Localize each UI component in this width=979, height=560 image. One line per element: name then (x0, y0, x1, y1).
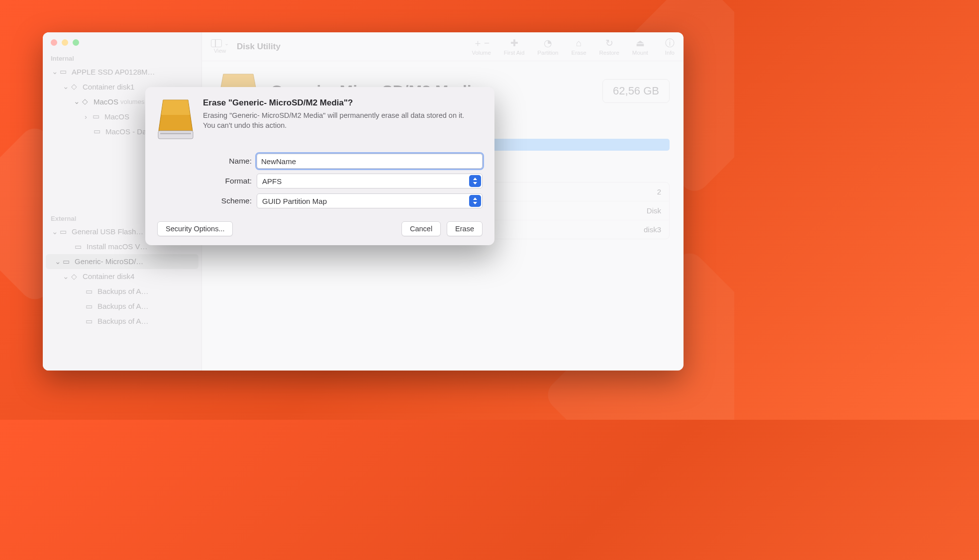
restore-icon: ↻ (605, 38, 613, 49)
window-controls (43, 32, 201, 51)
sidebar-item-backups-1[interactable]: ▭ Backups of A… (43, 284, 201, 299)
sidebar-item-label: Container disk1 (83, 83, 134, 91)
sidebar-item-container-disk4[interactable]: ⌄ ◇ Container disk4 (43, 269, 201, 284)
external-drive-icon (157, 98, 194, 141)
toolbar: ⌄ View Disk Utility ＋− Volume ✚ First Ai… (202, 32, 684, 61)
view-mode-icon[interactable] (211, 39, 222, 47)
chevron-right-icon: › (85, 112, 90, 121)
sidebar-item-label: MacOS (94, 97, 118, 106)
app-title: Disk Utility (237, 42, 281, 52)
sidebar-item-label: Container disk4 (83, 272, 134, 280)
sidebar-item-generic-microsd[interactable]: ⌄ ▭ Generic- MicroSD/… (46, 254, 198, 269)
disk-icon: ▭ (59, 67, 68, 76)
format-label: Format: (202, 177, 257, 186)
minimize-window-button[interactable] (62, 39, 68, 46)
sidebar-item-label: Generic- MicroSD/… (75, 257, 143, 266)
toolbar-partition[interactable]: ◔ Partition (537, 38, 558, 56)
erase-dialog: Erase "Generic- MicroSD/M2 Media"? Erasi… (145, 87, 494, 245)
zoom-window-button[interactable] (73, 39, 79, 46)
close-window-button[interactable] (51, 39, 57, 46)
sidebar-item-label: Install macOS V… (87, 242, 148, 251)
eject-icon: ⏏ (636, 38, 645, 49)
toolbar-restore[interactable]: ↻ Restore (599, 38, 619, 56)
volume-icon: ▭ (85, 317, 94, 326)
security-options-button[interactable]: Security Options... (157, 221, 233, 236)
toolbar-info[interactable]: ⓘ Info (665, 38, 675, 56)
chevron-down-icon: ⌄ (74, 97, 79, 106)
sidebar-item-suffix: volumes (120, 98, 144, 105)
minus-icon: − (484, 38, 490, 49)
format-select[interactable]: APFS (257, 174, 483, 188)
container-icon: ◇ (70, 82, 79, 91)
scheme-select[interactable]: GUID Partition Map (257, 193, 483, 208)
chevron-down-icon: ⌄ (55, 257, 60, 266)
volume-icon: ▭ (92, 112, 100, 121)
disk-icon: ▭ (62, 257, 71, 266)
cancel-button[interactable]: Cancel (401, 221, 441, 236)
select-arrows-icon (469, 175, 481, 187)
stethoscope-icon: ✚ (510, 38, 518, 49)
svg-rect-1 (158, 131, 193, 139)
pie-icon: ◔ (544, 38, 552, 49)
name-input[interactable] (257, 154, 483, 169)
toolbar-volume[interactable]: ＋− Volume (472, 38, 490, 56)
toolbar-mount[interactable]: ⏏ Mount (632, 38, 648, 56)
sidebar-section-internal: Internal (43, 51, 201, 64)
sidebar-item-label: Backups of A… (98, 302, 149, 310)
sidebar-item-label: General USB Flash… (72, 227, 143, 236)
sidebar-item-apple-ssd[interactable]: ⌄ ▭ APPLE SSD AP0128M… (43, 64, 201, 79)
capacity-badge: 62,56 GB (602, 79, 670, 103)
container-icon: ◇ (70, 272, 79, 281)
sidebar-item-label: MacOS (104, 112, 129, 121)
select-arrows-icon (469, 195, 481, 207)
sidebar-item-label: Backups of A… (98, 317, 149, 325)
volume-icon: ▭ (85, 287, 94, 296)
dialog-title: Erase "Generic- MicroSD/M2 Media"? (203, 98, 467, 108)
toolbar-erase[interactable]: ⌂ Erase (572, 38, 587, 56)
volume-icon: ◇ (81, 97, 90, 106)
chevron-down-icon: ⌄ (52, 227, 57, 236)
erase-button[interactable]: Erase (447, 221, 483, 236)
chevron-down-icon: ⌄ (63, 272, 68, 281)
svg-rect-2 (160, 133, 191, 134)
erase-icon: ⌂ (576, 38, 582, 49)
chevron-down-icon: ⌄ (52, 67, 57, 76)
volume-icon: ▭ (74, 242, 83, 251)
volume-icon: ▭ (85, 302, 94, 311)
toolbar-first-aid[interactable]: ✚ First Aid (504, 38, 525, 56)
sidebar-item-label: Backups of A… (98, 287, 149, 295)
info-icon: ⓘ (665, 38, 675, 49)
chevron-down-icon: ⌄ (63, 82, 68, 91)
chevron-down-icon[interactable]: ⌄ (224, 40, 229, 47)
dialog-subtitle: Erasing "Generic- MicroSD/M2 Media" will… (203, 111, 467, 130)
volume-icon: ▭ (93, 127, 101, 136)
sidebar-item-backups-3[interactable]: ▭ Backups of A… (43, 314, 201, 329)
view-label: View (214, 48, 226, 54)
sidebar-item-backups-2[interactable]: ▭ Backups of A… (43, 299, 201, 314)
scheme-label: Scheme: (202, 196, 257, 205)
sidebar-item-label: APPLE SSD AP0128M… (72, 68, 155, 76)
disk-icon: ▭ (59, 227, 68, 236)
name-label: Name: (202, 157, 257, 166)
plus-icon: ＋ (473, 37, 483, 50)
